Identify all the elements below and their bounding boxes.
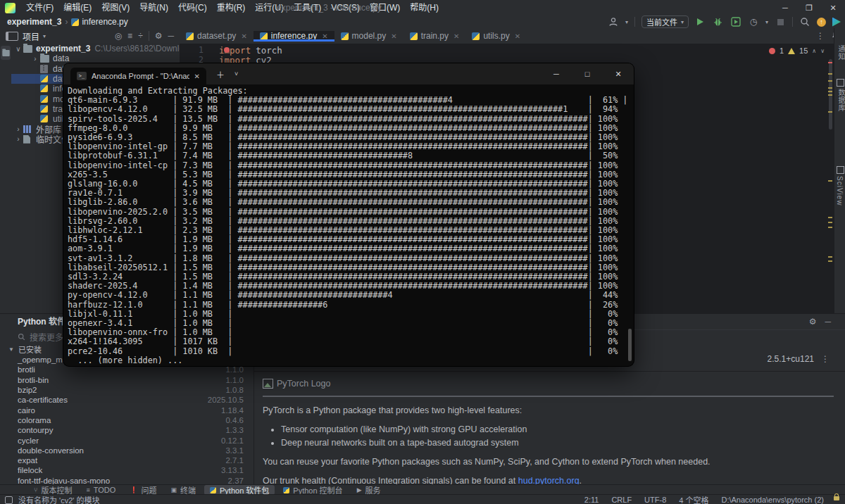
tab-model.py[interactable]: model.py✕ (334, 31, 403, 41)
editor-scrollbar[interactable] (827, 56, 833, 310)
terminal-close-icon[interactable]: ✕ (603, 63, 634, 84)
tab-close-icon[interactable]: ✕ (391, 32, 396, 40)
settings-gear-icon[interactable]: ⚙ (809, 317, 817, 327)
menu-item[interactable]: 代码(C) (173, 0, 212, 15)
tab-dropdown-icon[interactable]: ˅ (234, 70, 238, 77)
hide-panel-button[interactable]: ─ (168, 31, 174, 41)
toolwindow-button-TODO[interactable]: ≡TODO (80, 485, 121, 495)
terminal-tab-close-icon[interactable]: ✕ (194, 73, 200, 80)
toolwindow-button-问题[interactable]: ❗问题 (124, 485, 162, 495)
tree-chevron-icon[interactable]: ∨ (14, 45, 23, 53)
terminal-maximize-icon[interactable]: □ (572, 63, 603, 84)
toolwindow-button-版本控制[interactable]: ⑂版本控制 (28, 485, 77, 495)
database-stripe-button[interactable]: 数据库 (836, 89, 845, 112)
promo-icon[interactable] (832, 18, 841, 27)
terminal-minimize-icon[interactable]: ─ (541, 63, 572, 84)
anaconda-prompt-window[interactable]: >_ Anaconda Prompt - "D:\Anacc ✕ ＋ ˅ ─ □… (63, 63, 634, 366)
package-row[interactable]: bzip21.0.8 (0, 385, 254, 395)
menu-item[interactable]: 视图(V) (96, 0, 134, 15)
tab-close-icon[interactable]: ✕ (241, 32, 246, 40)
panel-settings-button[interactable]: ⚙ (155, 31, 163, 41)
expand-button[interactable]: ≡ (127, 31, 132, 41)
indent-style[interactable]: 4 个空格 (679, 494, 708, 504)
run-configuration-select[interactable]: 当前文件 ▾ (641, 15, 689, 28)
package-row[interactable]: filelock3.13.1 (0, 465, 254, 475)
file-encoding[interactable]: UTF-8 (644, 496, 666, 504)
sciview-stripe-button[interactable]: SciView (836, 176, 844, 206)
project-chevron-icon[interactable]: ▾ (43, 33, 46, 39)
terminal-scrollbar[interactable] (628, 329, 632, 361)
menu-item[interactable]: 重构(R) (212, 0, 251, 15)
close-icon[interactable]: ✕ (821, 0, 845, 15)
breadcrumb-file[interactable]: inference.py (82, 17, 127, 27)
toolwindow-button-Python 控制台[interactable]: Python 控制台 (277, 485, 348, 495)
terminal-tab[interactable]: >_ Anaconda Prompt - "D:\Anacc ✕ (70, 68, 206, 84)
prev-problem-icon[interactable]: ∧ (812, 48, 816, 54)
status-message[interactable]: 没有名称为 'cv2' 的模块 (18, 494, 99, 504)
debug-button[interactable] (713, 16, 724, 27)
tab-train.py[interactable]: train.py✕ (403, 31, 466, 41)
python-interpreter[interactable]: D:\Anaconda\envs\pytorch (2) (721, 496, 824, 504)
package-row[interactable]: brotli1.1.0 (0, 365, 254, 374)
pycharm-window: 文件(F)编辑(E)视图(V)导航(N)代码(C)重构(R)运行(U)工具(T)… (0, 0, 845, 504)
toolbar-divider (149, 31, 149, 41)
menu-item[interactable]: 导航(N) (134, 0, 173, 15)
package-row[interactable]: contourpy1.3.3 (0, 425, 254, 435)
tab-utils.py[interactable]: utils.py✕ (465, 31, 527, 41)
terminal-title-bar[interactable]: >_ Anaconda Prompt - "D:\Anacc ✕ ＋ ˅ ─ □… (63, 63, 634, 84)
navigation-bar: experiment_3 › inference.py ▾ 当前文件 ▾ ◷ ▾ (0, 15, 845, 28)
project-stripe-button[interactable] (1, 46, 11, 60)
profiler-button[interactable]: ◷ (748, 16, 759, 27)
project-panel-title[interactable]: 项目 (23, 30, 39, 42)
hide-panel-icon[interactable]: ─ (825, 317, 831, 327)
run-button[interactable] (695, 16, 706, 27)
run-with-coverage-button[interactable] (730, 16, 741, 27)
package-row[interactable]: ca-certificates2025.10.5 (0, 395, 254, 405)
code-line[interactable]: 1importtorch (180, 45, 834, 55)
breakpoint-dot[interactable] (224, 47, 230, 53)
tree-chevron-icon[interactable]: › (31, 55, 39, 63)
search-everywhere-icon[interactable] (799, 16, 810, 27)
lock-icon[interactable] (834, 496, 839, 500)
update-available-icon[interactable]: ↑ (817, 18, 826, 27)
package-row[interactable]: expat2.7.1 (0, 455, 254, 465)
notifications-stripe-button[interactable]: 通知 (836, 45, 845, 61)
kebab-menu-icon[interactable]: ⋮ (821, 354, 830, 364)
terminal-output[interactable]: Downloading and Extracting Packages: qt6… (63, 84, 634, 365)
line-separator[interactable]: CRLF (611, 496, 632, 504)
tree-chevron-icon[interactable]: › (14, 125, 23, 133)
toolwindow-button-Python 软件包[interactable]: Python 软件包 (204, 485, 275, 495)
tab-close-icon[interactable]: ✕ (453, 32, 459, 40)
menu-item[interactable]: 编辑(E) (58, 0, 96, 15)
caret-position[interactable]: 2:11 (584, 496, 599, 504)
locate-file-button[interactable]: ◎ (115, 31, 122, 41)
toolwindow-button-终端[interactable]: ▣终端 (165, 485, 201, 495)
breadcrumb-project[interactable]: experiment_3 (7, 17, 61, 27)
menu-item[interactable]: 帮助(H) (405, 0, 444, 15)
package-row[interactable]: double-conversion3.3.1 (0, 446, 254, 455)
tab-inference.py[interactable]: inference.py✕ (254, 31, 334, 41)
more-options-icon[interactable]: ⋮ (816, 31, 825, 41)
inspections-widget[interactable]: 1 15 ∧ ∨ (769, 46, 825, 55)
collapse-all-button[interactable]: ÷ (138, 31, 143, 41)
package-row[interactable]: cycler0.12.1 (0, 435, 254, 445)
tab-close-icon[interactable]: ✕ (515, 32, 520, 40)
tab-close-icon[interactable]: ✕ (322, 32, 327, 40)
new-tab-button[interactable]: ＋ (216, 68, 225, 80)
tree-item-data[interactable]: ›data (11, 53, 180, 63)
next-problem-icon[interactable]: ∨ (820, 48, 825, 54)
user-icon[interactable] (608, 16, 619, 27)
package-row[interactable]: cairo1.18.4 (0, 405, 254, 415)
maximize-icon[interactable]: ❐ (797, 0, 821, 15)
menu-item[interactable]: 文件(F) (21, 0, 58, 15)
package-row[interactable]: font-ttf-dejavu-sans-mono2.37 (0, 476, 254, 485)
tab-dataset.py[interactable]: dataset.py✕ (180, 31, 254, 41)
package-version[interactable]: 2.5.1+cu121 (768, 354, 814, 364)
tree-item-experiment_3[interactable]: ∨experiment_3C:\Users\86182\Downloads\ex… (11, 44, 180, 53)
stop-button[interactable] (775, 16, 786, 27)
toolwindow-button-服务[interactable]: ▶服务 (351, 485, 387, 495)
tree-chevron-icon[interactable]: › (14, 135, 23, 143)
package-row[interactable]: brotli-bin1.1.0 (0, 375, 254, 385)
package-row[interactable]: colorama0.4.6 (0, 415, 254, 425)
minimize-icon[interactable]: ─ (773, 0, 797, 15)
